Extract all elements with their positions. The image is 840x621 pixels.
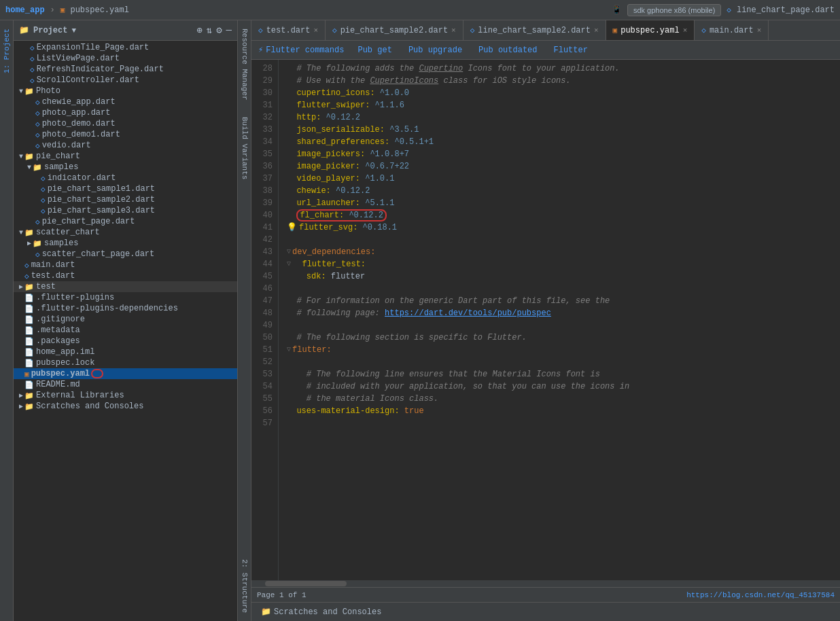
code-line-31: flutter_swiper: ^1.1.6 (287, 99, 840, 111)
tree-item-expansiontile[interactable]: ◇ ExpansionTile_Page.dart (14, 42, 237, 53)
tree-item-packages[interactable]: 📄 .packages (14, 336, 237, 347)
fold-icon[interactable]: ▽ (287, 246, 291, 258)
tree-folder-pie-chart[interactable]: ▼ 📁 pie_chart (14, 151, 237, 162)
tab-pubspec-yaml[interactable]: ▣ pubspec.yaml × (606, 20, 695, 41)
tree-item-metadata[interactable]: 📄 .metadata (14, 325, 237, 336)
code-line-53: # The following line ensures that the Ma… (287, 368, 840, 380)
expand-arrow: ▼ (27, 164, 31, 171)
tab-main-dart[interactable]: ◇ main.dart × (695, 20, 769, 41)
generic-file-icon: 📄 (24, 337, 34, 346)
code-line-51: ▽flutter: (287, 344, 840, 356)
code-line-49 (287, 319, 840, 332)
yaml-file-icon: ▣ (24, 370, 29, 378)
tree-item-readme[interactable]: 📄 README.md (14, 379, 237, 390)
tree-item-pubspec-yaml[interactable]: ▣ pubspec.yaml (14, 368, 237, 379)
scratches-tab[interactable]: 📁 Scratches and Consoles (257, 607, 385, 617)
build-variants-tab[interactable]: Build Variants (239, 109, 250, 188)
sidebar-item-project[interactable]: 1: Project (1, 23, 12, 79)
tree-item-flutter-plugins-dep[interactable]: 📄 .flutter-plugins-dependencies (14, 303, 237, 314)
tab-close[interactable]: × (757, 26, 762, 35)
tree-folder-scratches[interactable]: ▶ 📁 Scratches and Consoles (14, 401, 237, 412)
tree-item-chewie[interactable]: ◇ chewie_app.dart (14, 96, 237, 107)
pub-get-btn[interactable]: Pub get (355, 44, 394, 56)
flutter-btn[interactable]: Flutter (551, 44, 591, 56)
dart-file-icon: ◇ (30, 65, 35, 74)
code-line-35: image_pickers: ^1.0.8+7 (287, 148, 840, 160)
settings-icon[interactable]: ⚙ (216, 24, 222, 36)
dart-file-icon: ◇ (35, 109, 40, 118)
tree-folder-test-dir[interactable]: ▶ 📁 test (14, 281, 237, 292)
code-content[interactable]: # The following adds the Cupertino Icons… (279, 60, 840, 580)
tree-item-test[interactable]: ◇ test.dart (14, 270, 237, 281)
tree-item-vedio[interactable]: ◇ vedio.dart (14, 140, 237, 151)
code-key: flutter_swiper: (287, 99, 370, 111)
pub-outdated-btn[interactable]: Pub outdated (476, 44, 540, 56)
left-sidebar-tabs: 1: Project (0, 20, 14, 621)
structure-tab[interactable]: 2: Structure (239, 551, 250, 621)
collapse-icon[interactable]: ⇅ (207, 24, 212, 36)
device-selector[interactable]: sdk gphone x86 (mobile) (627, 4, 721, 16)
tree-item-pie-sample1[interactable]: ◇ pie_chart_sample1.dart (14, 183, 237, 194)
tab-close[interactable]: × (451, 26, 456, 35)
h-scrollbar-thumb[interactable] (265, 581, 347, 586)
add-icon[interactable]: ⊕ (196, 24, 202, 36)
fold-icon[interactable]: ▽ (287, 344, 291, 356)
tree-item-indicator[interactable]: ◇ indicator.dart (14, 173, 237, 183)
tree-item-iml[interactable]: 📄 home_app.iml (14, 347, 237, 357)
bulb-icon[interactable]: 💡 (287, 221, 297, 234)
tree-item-gitignore[interactable]: 📄 .gitignore (14, 314, 237, 325)
dart-file-icon: ◇ (30, 54, 35, 63)
project-header: 📁 Project ▼ ⊕ ⇅ ⚙ — (14, 20, 237, 41)
flutter-commands-title: ⚡ Flutter commands (258, 45, 344, 55)
close-panel-icon[interactable]: — (226, 24, 232, 36)
h-scrollbar[interactable] (251, 580, 840, 587)
tree-item-pie-page[interactable]: ◇ pie_chart_page.dart (14, 216, 237, 227)
generic-file-icon: 📄 (24, 380, 34, 389)
tree-item-photoapp[interactable]: ◇ photo_app.dart (14, 107, 237, 118)
project-panel: 📁 Project ▼ ⊕ ⇅ ⚙ — ◇ ExpansionTile_Page… (14, 20, 238, 621)
tab-pie-chart-sample2[interactable]: ◇ pie_chart_sample2.dart × (326, 20, 463, 41)
tree-item-scrollcontroller[interactable]: ◇ ScrollController.dart (14, 75, 237, 86)
bottom-bar-right: https://blog.csdn.net/qq_45137584 (686, 591, 835, 599)
dropdown-arrow[interactable]: ▼ (71, 26, 76, 35)
code-key: flutter_svg: (299, 221, 357, 234)
code-key: image_picker: (287, 160, 360, 173)
code-text: # following page: (287, 307, 385, 319)
code-text: # The following section is specific to F… (287, 332, 527, 344)
tab-test-dart[interactable]: ◇ test.dart × (251, 20, 326, 41)
code-key: video_player: (287, 173, 360, 185)
tree-folder-samples-scatter[interactable]: ▶ 📁 samples (14, 238, 237, 249)
tree-item-main[interactable]: ◇ main.dart (14, 260, 237, 270)
tree-folder-samples-pie[interactable]: ▼ 📁 samples (14, 162, 237, 173)
tab-close[interactable]: × (683, 26, 688, 35)
tab-line-chart-sample2[interactable]: ◇ line_chart_sample2.dart × (463, 20, 606, 41)
flutter-commands-label: Flutter commands (266, 46, 344, 55)
tab-close[interactable]: × (594, 26, 599, 35)
tree-folder-external-libs[interactable]: ▶ 📁 External Libraries (14, 390, 237, 401)
pub-link[interactable]: https://dart.dev/tools/pub/pubspec (385, 307, 551, 319)
pub-upgrade-btn[interactable]: Pub upgrade (406, 44, 465, 56)
tree-item-pie-sample3[interactable]: ◇ pie_chart_sample3.dart (14, 205, 237, 216)
tree-item-scatter-page[interactable]: ◇ scatter_chart_page.dart (14, 249, 237, 260)
tab-close[interactable]: × (313, 26, 318, 35)
code-val: ^0.12.2 (331, 185, 370, 197)
dart-file-icon: ◇ (41, 174, 46, 183)
tree-item-pie-sample2[interactable]: ◇ pie_chart_sample2.dart (14, 194, 237, 205)
code-line-36: image_picker: ^0.6.7+22 (287, 160, 840, 173)
code-key: fl_chart: (300, 211, 344, 220)
tree-item-photodemo1[interactable]: ◇ photo_demo1.dart (14, 129, 237, 140)
tree-item-listviewpage[interactable]: ◇ ListViewPage.dart (14, 53, 237, 64)
editor-tabs: ◇ test.dart × ◇ pie_chart_sample2.dart ×… (251, 20, 840, 41)
tree-folder-photo[interactable]: ▼ 📁 Photo (14, 86, 237, 96)
resource-manager-tab[interactable]: Resource Manager (239, 20, 250, 109)
tree-item-refreshindicator[interactable]: ◇ RefreshIndicator_Page.dart (14, 64, 237, 75)
title-file: pubspec.yaml (70, 5, 128, 15)
tree-item-photodemo[interactable]: ◇ photo_demo.dart (14, 118, 237, 129)
tree-item-flutter-plugins[interactable]: 📄 .flutter-plugins (14, 292, 237, 303)
code-key: url_launcher: (287, 197, 360, 209)
tree-item-pubspec-lock[interactable]: 📄 pubspec.lock (14, 357, 237, 368)
fold-icon[interactable]: ▽ (287, 258, 291, 270)
folder-icon: 📁 (24, 228, 34, 237)
blog-link[interactable]: https://blog.csdn.net/qq_45137584 (686, 591, 835, 599)
tree-folder-scatter[interactable]: ▼ 📁 scatter_chart (14, 227, 237, 238)
